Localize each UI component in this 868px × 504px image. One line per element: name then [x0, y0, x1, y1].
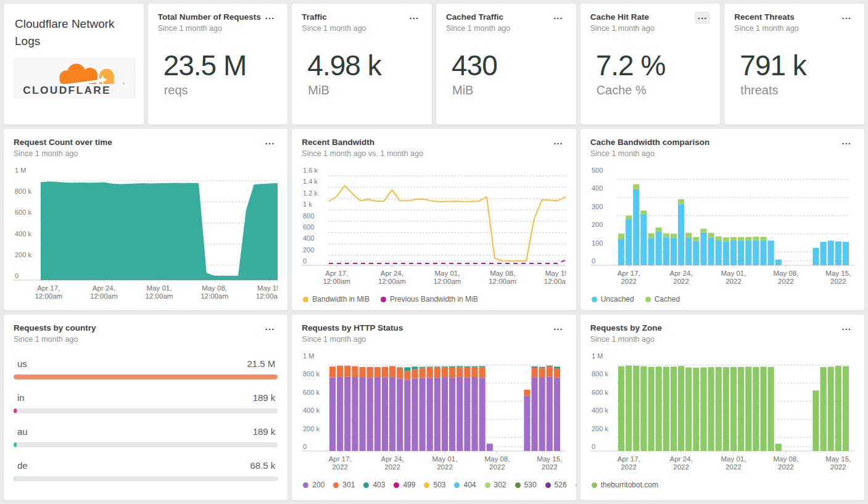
legend-label: 503 — [433, 481, 445, 489]
svg-text:800 k: 800 k — [592, 371, 608, 378]
country-label: au — [17, 426, 28, 437]
svg-text:May 15,2022: May 15,2022 — [825, 270, 851, 285]
chart-legend: UncachedCached — [590, 295, 854, 304]
legend-item[interactable]: Uncached — [592, 295, 634, 304]
svg-text:400: 400 — [303, 234, 314, 242]
card-requests-by-http-status: Requests by HTTP Status Since 1 month ag… — [292, 315, 576, 500]
card-subtitle: Since 1 month ago vs. 1 month ago — [302, 149, 423, 158]
legend-item[interactable]: 524 — [576, 481, 576, 489]
stat-unit: reqs — [164, 83, 278, 97]
card-recent-threats: Recent Threats Since 1 month ago ... 791… — [724, 4, 864, 125]
chart-legend: 200301403499503404302530526524 — [302, 481, 566, 489]
card-menu-button[interactable]: ... — [262, 323, 278, 335]
legend-item[interactable]: 403 — [363, 481, 385, 489]
country-label: de — [17, 460, 28, 471]
legend-label: Bandwidth in MiB — [312, 295, 370, 304]
legend-item[interactable]: 526 — [545, 481, 567, 489]
svg-text:May 15,12:00am: May 15,12:00am — [256, 284, 278, 300]
stat-value: 7.2 % — [596, 49, 711, 82]
legend-item[interactable]: 503 — [424, 481, 445, 489]
country-bar-fill — [14, 442, 17, 447]
svg-text:Apr 24,2022: Apr 24,2022 — [669, 270, 692, 285]
legend-label: 302 — [494, 481, 506, 489]
card-traffic: Traffic Since 1 month ago ... 4.98 k MiB — [292, 4, 432, 125]
card-subtitle: Since 1 month ago — [590, 24, 655, 33]
stat-value: 430 — [452, 49, 566, 82]
svg-text:May 08,12:00am: May 08,12:00am — [200, 284, 228, 300]
svg-text:May 15,12:00am: May 15,12:00am — [544, 270, 566, 285]
legend-item[interactable]: 301 — [333, 481, 355, 489]
recent-bandwidth-chart[interactable]: 1.6 k1.4 k1.2 k1 k8006004002000Apr 17,12… — [302, 164, 566, 290]
card-title: Total Number of Requests — [158, 12, 261, 23]
country-value: 189 k — [253, 426, 276, 437]
card-subtitle: Since 1 month ago — [14, 335, 96, 344]
svg-text:200: 200 — [303, 246, 314, 254]
card-menu-button[interactable]: ... — [838, 12, 854, 24]
card-title: Requests by country — [14, 323, 96, 334]
svg-text:Apr 24,12:00am: Apr 24,12:00am — [378, 270, 406, 285]
country-bar-fill — [14, 374, 278, 379]
legend-label: 403 — [373, 481, 385, 489]
http-status-chart[interactable]: 1 M800 k600 k400 k200 k0Apr 17,2022Apr 2… — [302, 350, 566, 476]
card-menu-button[interactable]: ... — [262, 12, 278, 24]
legend-item[interactable]: Cached — [645, 295, 680, 304]
card-requests-by-zone: Requests by Zone Since 1 month ago ... 1… — [581, 315, 864, 500]
svg-text:Apr 17,12:00am: Apr 17,12:00am — [323, 270, 351, 285]
legend-dot-icon — [592, 482, 597, 488]
legend-dot-icon — [454, 482, 460, 488]
svg-text:May 08,2022: May 08,2022 — [773, 455, 798, 471]
legend-dot-icon — [303, 297, 308, 302]
stat-unit: MiB — [452, 83, 566, 97]
svg-text:Apr 17,2022: Apr 17,2022 — [617, 455, 640, 471]
card-title: Recent Bandwidth — [302, 137, 423, 148]
card-menu-button[interactable]: ... — [550, 12, 566, 24]
svg-text:0: 0 — [303, 443, 307, 450]
zone-chart[interactable]: 1 M800 k600 k400 k200 k0Apr 17,2022Apr 2… — [590, 350, 854, 476]
legend-item[interactable]: 200 — [303, 481, 324, 489]
card-subtitle: Since 1 month ago — [446, 24, 510, 33]
svg-text:600 k: 600 k — [592, 389, 608, 396]
svg-text:400: 400 — [592, 185, 603, 192]
chart-legend: theburritobot.com — [590, 481, 854, 489]
legend-dot-icon — [333, 482, 339, 488]
svg-text:May 15,2022: May 15,2022 — [825, 455, 851, 471]
svg-text:Apr 17,2022: Apr 17,2022 — [329, 455, 352, 471]
country-bar-track — [14, 442, 278, 447]
country-row-de: de 68.5 k — [14, 460, 278, 481]
card-menu-button[interactable]: ... — [838, 323, 854, 335]
country-value: 21.5 M — [247, 358, 275, 369]
card-menu-button[interactable]: ... — [550, 323, 566, 335]
chart-canvas: 1.6 k1.4 k1.2 k1 k8006004002000Apr 17,12… — [302, 164, 566, 290]
card-title: Recent Threats — [734, 12, 798, 23]
card-menu-button[interactable]: ... — [695, 12, 711, 24]
legend-item[interactable]: Previous Bandwidth in MiB — [381, 295, 478, 304]
cache-bandwidth-chart[interactable]: 5004003002001000Apr 17,2022Apr 24,2022Ma… — [590, 164, 854, 290]
svg-text:0: 0 — [592, 443, 595, 450]
legend-item[interactable]: 499 — [394, 481, 415, 489]
chart-canvas: 1 M800 k600 k400 k200 k0Apr 17,2022Apr 2… — [590, 350, 854, 476]
card-menu-button[interactable]: ... — [262, 137, 278, 149]
card-title: Requests by HTTP Status — [302, 323, 403, 334]
legend-item[interactable]: 530 — [515, 481, 537, 489]
legend-item[interactable]: 404 — [454, 481, 476, 489]
legend-dot-icon — [424, 482, 429, 488]
svg-text:May 01,2022: May 01,2022 — [432, 455, 458, 471]
card-menu-button[interactable]: ... — [406, 12, 422, 24]
legend-dot-icon — [303, 482, 308, 488]
legend-label: 499 — [403, 481, 415, 489]
card-menu-button[interactable]: ... — [838, 137, 854, 149]
svg-text:500: 500 — [592, 167, 603, 174]
country-row-au: au 189 k — [14, 426, 278, 447]
card-cache-bandwidth-comparison: Cache Bandwidth comparison Since 1 month… — [581, 129, 864, 310]
svg-text:600: 600 — [303, 223, 314, 231]
chart-canvas: 1 M800 k600 k400 k200 k0Apr 17,12:00amAp… — [14, 164, 278, 305]
svg-text:1 M: 1 M — [303, 352, 314, 360]
legend-item[interactable]: Bandwidth in MiB — [303, 295, 370, 304]
legend-item[interactable]: theburritobot.com — [592, 481, 658, 489]
country-value: 68.5 k — [250, 460, 275, 471]
page-title: Cloudflare Network Logs — [14, 12, 134, 49]
card-menu-button[interactable]: ... — [550, 137, 566, 149]
legend-item[interactable]: 302 — [485, 481, 506, 489]
svg-text:Apr 17,12:00am: Apr 17,12:00am — [35, 284, 62, 300]
request-count-chart[interactable]: 1 M800 k600 k400 k200 k0Apr 17,12:00amAp… — [14, 164, 278, 305]
